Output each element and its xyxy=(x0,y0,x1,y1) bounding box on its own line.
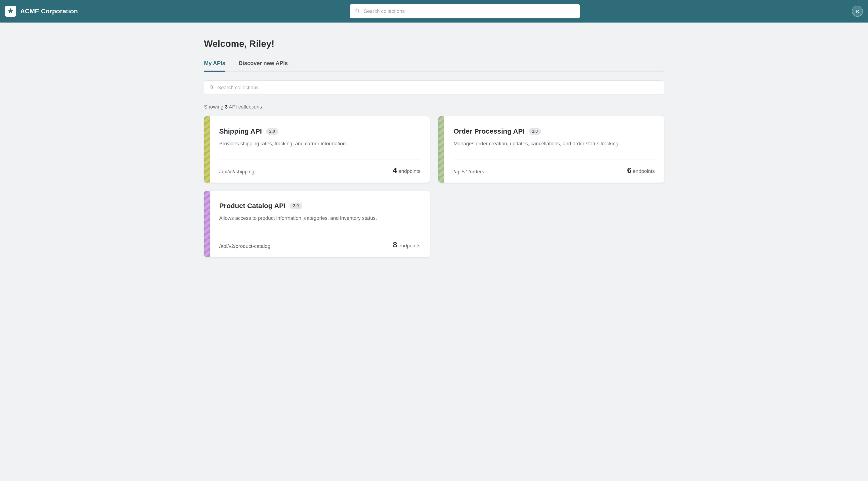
main-content: Welcome, Riley! My APIsDiscover new APIs… xyxy=(204,23,664,271)
card-path: /api/v2/product-catalog xyxy=(219,243,271,249)
logo-badge[interactable] xyxy=(5,6,16,17)
tabs: My APIsDiscover new APIs xyxy=(204,60,664,72)
card-footer: /api/v2/shipping4endpoints xyxy=(219,160,421,175)
endpoint-label: endpoints xyxy=(399,168,421,174)
svg-line-3 xyxy=(212,88,213,89)
card-description: Allows access to product information, ca… xyxy=(219,215,421,222)
card-path: /api/v2/shipping xyxy=(219,169,254,175)
result-count-number: 3 xyxy=(225,104,228,110)
result-count-suffix: API collections xyxy=(229,104,262,110)
app-header: ACME Corporation R xyxy=(0,0,868,23)
svg-point-2 xyxy=(210,86,213,88)
header-brand: ACME Corporation xyxy=(5,6,78,17)
content-search[interactable] xyxy=(204,81,664,95)
version-badge: 2.0 xyxy=(290,202,302,209)
svg-point-0 xyxy=(356,9,359,12)
endpoint-count: 8 xyxy=(393,240,397,249)
card-top: Shipping API2.0Provides shipping rates, … xyxy=(219,127,421,154)
card-body: Shipping API2.0Provides shipping rates, … xyxy=(210,116,430,183)
endpoint-label: endpoints xyxy=(399,243,421,249)
svg-line-1 xyxy=(358,12,360,13)
card-top: Order Processing API1.0Manages order cre… xyxy=(454,127,655,154)
header-search-wrap xyxy=(78,4,852,19)
header-search-input[interactable] xyxy=(364,8,575,14)
star-icon xyxy=(7,7,14,15)
endpoint-count: 6 xyxy=(627,166,631,174)
card-title: Product Catalog API xyxy=(219,202,286,210)
search-icon xyxy=(209,85,214,90)
card-title: Order Processing API xyxy=(454,127,525,135)
card-accent-stripe xyxy=(204,116,210,183)
card-accent-stripe xyxy=(204,191,210,257)
card-title: Shipping API xyxy=(219,127,262,135)
endpoint-count: 4 xyxy=(393,166,397,174)
card-endpoints: 8endpoints xyxy=(393,240,421,249)
api-card[interactable]: Product Catalog API2.0Allows access to p… xyxy=(204,191,430,257)
search-icon xyxy=(355,8,360,14)
card-endpoints: 4endpoints xyxy=(393,166,421,175)
card-description: Provides shipping rates, tracking, and c… xyxy=(219,140,421,148)
card-title-row: Product Catalog API2.0 xyxy=(219,202,421,210)
content-search-input[interactable] xyxy=(218,85,659,91)
version-badge: 1.0 xyxy=(529,128,541,135)
card-description: Manages order creation, updates, cancell… xyxy=(454,140,655,148)
api-card[interactable]: Shipping API2.0Provides shipping rates, … xyxy=(204,116,430,183)
tab-discover-new-apis[interactable]: Discover new APIs xyxy=(239,60,288,72)
endpoint-label: endpoints xyxy=(633,168,655,174)
org-name: ACME Corporation xyxy=(20,8,78,15)
api-card[interactable]: Order Processing API1.0Manages order cre… xyxy=(438,116,664,183)
card-path: /api/v1/orders xyxy=(454,169,484,175)
card-accent-stripe xyxy=(438,116,444,183)
result-count: Showing 3 API collections xyxy=(204,104,664,110)
cards-grid: Shipping API2.0Provides shipping rates, … xyxy=(204,116,664,257)
card-body: Order Processing API1.0Manages order cre… xyxy=(444,116,664,183)
card-footer: /api/v1/orders6endpoints xyxy=(454,160,655,175)
page-title: Welcome, Riley! xyxy=(204,39,664,49)
result-count-prefix: Showing xyxy=(204,104,223,110)
avatar[interactable]: R xyxy=(852,6,863,17)
version-badge: 2.0 xyxy=(266,128,278,135)
card-footer: /api/v2/product-catalog8endpoints xyxy=(219,234,421,249)
avatar-initial: R xyxy=(856,9,859,14)
card-endpoints: 6endpoints xyxy=(627,166,655,175)
card-body: Product Catalog API2.0Allows access to p… xyxy=(210,191,430,257)
card-title-row: Order Processing API1.0 xyxy=(454,127,655,135)
tab-my-apis[interactable]: My APIs xyxy=(204,60,225,72)
header-search[interactable] xyxy=(350,4,580,19)
card-top: Product Catalog API2.0Allows access to p… xyxy=(219,202,421,228)
card-title-row: Shipping API2.0 xyxy=(219,127,421,135)
